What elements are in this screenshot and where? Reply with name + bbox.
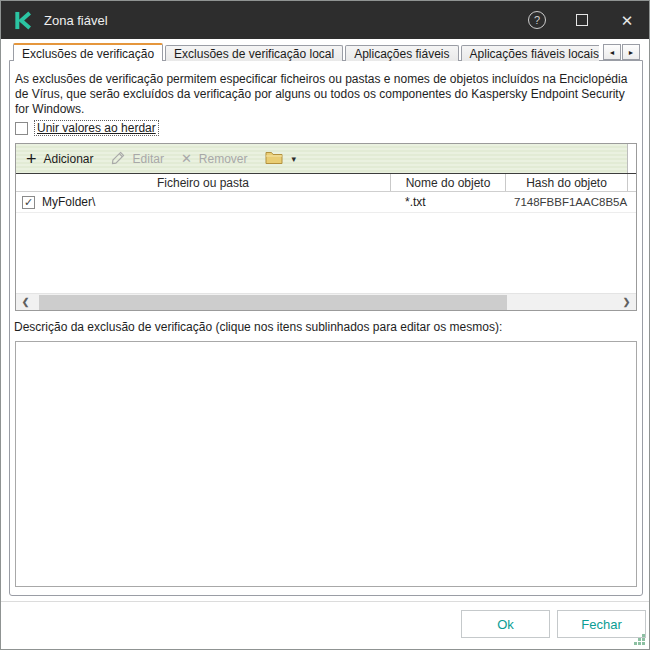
description-box	[15, 341, 637, 587]
column-header-object-name[interactable]: Nome do objeto	[391, 174, 506, 191]
help-icon: ?	[528, 11, 546, 29]
edit-button[interactable]: Editar	[111, 150, 164, 168]
x-icon: ✕	[181, 152, 192, 165]
toolbar-gutter	[627, 144, 636, 173]
folder-icon	[265, 150, 283, 167]
file-cell: ✓ MyFolder\	[16, 195, 391, 209]
exclusions-toolbar: + Adicionar Editar ✕ Remover	[16, 144, 636, 174]
scrollbar-track[interactable]	[35, 294, 617, 310]
kaspersky-logo-icon	[14, 11, 33, 30]
tab-scroll-right-button[interactable]: ►	[622, 44, 640, 60]
table-row[interactable]: ✓ MyFolder\ *.txt 7148FBBF1AAC8B5A...	[16, 192, 636, 213]
inherit-values-checkbox[interactable]	[15, 122, 28, 135]
horizontal-scrollbar[interactable]: ❮ ❯	[16, 293, 636, 310]
zona-fiavel-dialog: Zona fiável ? ✕ Exclusões de verificação…	[0, 0, 650, 650]
file-path: MyFolder\	[42, 195, 95, 209]
window-title: Zona fiável	[44, 13, 108, 28]
tab-label: Aplicações fiáveis locais	[470, 47, 599, 61]
tab-scroll-left-button[interactable]: ◄	[603, 44, 621, 60]
close-icon: ✕	[621, 13, 634, 28]
chevron-left-icon: ❮	[22, 297, 30, 307]
table-header: Ficheiro ou pasta Nome do objeto Hash do…	[16, 174, 636, 192]
exclusions-list-panel: + Adicionar Editar ✕ Remover	[15, 143, 637, 311]
add-button-label: Adicionar	[44, 152, 94, 166]
footer-separator	[1, 601, 649, 602]
tab-scroll-buttons: ◄ ►	[602, 44, 640, 60]
description-label: Descrição da exclusão de verificação (cl…	[14, 320, 502, 334]
tab-label: Exclusões de verificação local	[174, 47, 334, 61]
scrollbar-thumb[interactable]	[39, 295, 507, 310]
column-header-object-hash[interactable]: Hash do objeto	[506, 174, 628, 191]
pencil-icon	[111, 150, 126, 168]
inherit-values-label[interactable]: Unir valores ao herdar	[34, 120, 159, 136]
tab-strip: Exclusões de verificação Exclusões de ve…	[13, 42, 599, 61]
chevron-down-icon: ▾	[292, 154, 297, 164]
edit-button-label: Editar	[133, 152, 164, 166]
tab-label: Aplicações fiáveis	[354, 47, 449, 61]
maximize-button[interactable]	[560, 1, 604, 39]
object-hash-cell: 7148FBBF1AAC8B5A...	[506, 196, 628, 208]
scroll-right-button[interactable]: ❯	[617, 294, 636, 310]
titlebar: Zona fiável ? ✕	[1, 1, 649, 39]
help-button[interactable]: ?	[515, 1, 559, 39]
ok-button[interactable]: Ok	[461, 610, 550, 638]
add-button[interactable]: + Adicionar	[26, 152, 94, 166]
tab-exclusoes-de-verificacao-local[interactable]: Exclusões de verificação local	[165, 45, 343, 61]
tab-label: Exclusões de verificação	[22, 47, 154, 61]
tab-exclusoes-de-verificacao[interactable]: Exclusões de verificação	[13, 43, 163, 61]
remove-button[interactable]: ✕ Remover	[181, 152, 248, 166]
chevron-right-icon: ❯	[623, 297, 631, 307]
tab-page: As exclusões de verificação permitem esp…	[9, 60, 643, 596]
close-button[interactable]: ✕	[605, 1, 649, 39]
object-name-cell: *.txt	[391, 195, 506, 209]
tab-aplicacoes-fiaveis[interactable]: Aplicações fiáveis	[345, 45, 458, 61]
column-header-file[interactable]: Ficheiro ou pasta	[16, 174, 391, 191]
inherit-values-row: Unir valores ao herdar	[15, 120, 159, 136]
column-header-filler	[628, 174, 636, 191]
table-empty-area	[16, 213, 636, 293]
remove-button-label: Remover	[199, 152, 248, 166]
scroll-left-button[interactable]: ❮	[16, 294, 35, 310]
chevron-right-icon: ►	[628, 49, 635, 56]
row-checkbox[interactable]: ✓	[22, 196, 35, 209]
plus-icon: +	[26, 152, 37, 166]
intro-text: As exclusões de verificação permitem esp…	[15, 72, 637, 117]
chevron-left-icon: ◄	[609, 49, 616, 56]
tab-aplicacoes-fiaveis-locais[interactable]: Aplicações fiáveis locais	[461, 45, 599, 61]
import-export-button[interactable]: ▾	[265, 150, 297, 167]
maximize-icon	[576, 14, 588, 26]
resize-grip[interactable]	[633, 633, 645, 645]
